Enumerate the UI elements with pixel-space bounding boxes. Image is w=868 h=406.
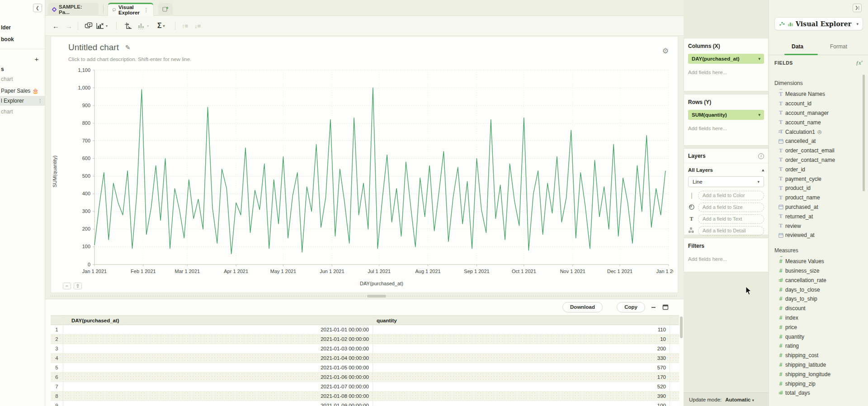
- forward-button[interactable]: →: [66, 21, 72, 31]
- collapse-sidebar-icon[interactable]: ❮: [33, 4, 42, 12]
- rows-y-add-fields[interactable]: Add fields here...: [688, 126, 764, 131]
- table-row[interactable]: 22021-01-02 00:00:0010: [51, 335, 679, 344]
- chart-settings-gear-icon[interactable]: ⚙: [662, 47, 669, 55]
- columns-x-field-pill[interactable]: DAY(purchased_at) ▾: [688, 54, 764, 64]
- expand-table-icon[interactable]: [662, 304, 669, 312]
- dimension-field-order-contact-name[interactable]: Torder_contact_name: [769, 156, 862, 165]
- cell-quantity[interactable]: 170: [373, 373, 670, 382]
- info-icon[interactable]: i: [758, 153, 764, 159]
- sidebar-item[interactable]: Paper Sales 🎂: [0, 86, 45, 96]
- measure-field-rating[interactable]: #rating: [769, 341, 862, 351]
- tab-menu-icon[interactable]: ⋮: [144, 7, 149, 13]
- measure-field-total-days[interactable]: =#total_days: [769, 388, 862, 398]
- dimension-field-product-name[interactable]: Tproduct_name: [769, 193, 862, 203]
- measure-field-shipping-longitude[interactable]: #shipping_longitude: [769, 369, 862, 379]
- new-element-tab-button[interactable]: [158, 3, 173, 15]
- back-button[interactable]: ←: [52, 21, 59, 31]
- dimension-field-cancelled-at[interactable]: cancelled_at: [769, 137, 862, 146]
- sidebar-item[interactable]: l Explorer⋮: [0, 96, 45, 106]
- tab-format[interactable]: Format: [830, 43, 847, 50]
- measure-field-discount[interactable]: #discount: [769, 304, 862, 313]
- measure-field-price[interactable]: #price: [769, 322, 862, 332]
- table-row[interactable]: 42021-01-04 00:00:00330: [51, 354, 679, 363]
- pane-resize-divider[interactable]: [51, 294, 678, 298]
- fields-scrollbar-thumb[interactable]: [863, 75, 865, 191]
- sort-descending-button[interactable]: ↓≡: [194, 21, 201, 31]
- dimension-field-returned-at[interactable]: Treturned_at: [769, 212, 862, 221]
- line-chart-plot[interactable]: 01002003004005006007008009001,0001,100Ja…: [63, 66, 673, 276]
- collapse-table-icon[interactable]: [651, 304, 656, 312]
- cell-date[interactable]: 2021-01-03 00:00:00: [63, 344, 373, 353]
- table-row[interactable]: 62021-01-06 00:00:00170: [51, 373, 679, 382]
- sidebar-item[interactable]: chart: [0, 107, 45, 117]
- add-field-to-detail-input[interactable]: Add a field to Detail: [698, 226, 764, 236]
- table-row[interactable]: 82021-01-08 00:00:00390: [51, 392, 679, 401]
- cell-quantity[interactable]: 200: [373, 344, 670, 353]
- dimension-field-product-id[interactable]: Tproduct_id: [769, 184, 862, 193]
- table-scrollbar[interactable]: [680, 316, 683, 402]
- cell-quantity[interactable]: 520: [373, 382, 670, 391]
- cell-date[interactable]: 2021-01-05 00:00:00: [63, 363, 373, 372]
- cell-quantity[interactable]: 100: [373, 401, 670, 406]
- download-button[interactable]: Download: [562, 302, 603, 312]
- table-row[interactable]: 52021-01-05 00:00:00570: [51, 363, 679, 373]
- tab-sample-workbook[interactable]: SAMPLE: Pa...: [48, 3, 99, 16]
- cell-date[interactable]: 2021-01-01 00:00:00: [63, 325, 373, 334]
- collapse-panel-icon[interactable]: ❯|: [853, 4, 862, 12]
- table-row[interactable]: 72021-01-07 00:00:00520: [51, 382, 679, 392]
- dimension-field-account-name[interactable]: Taccount_name: [769, 118, 862, 127]
- measure-field-quantity[interactable]: #quantity: [769, 332, 862, 341]
- sidebar-item[interactable]: book: [0, 34, 45, 44]
- chart-title[interactable]: Untitled chart: [68, 42, 119, 52]
- cell-date[interactable]: 2021-01-06 00:00:00: [63, 373, 373, 382]
- mark-type-select[interactable]: Line ▾: [688, 176, 764, 187]
- sidebar-item[interactable]: s: [0, 64, 45, 74]
- copy-button[interactable]: Copy: [617, 302, 645, 312]
- cell-date[interactable]: 2021-01-07 00:00:00: [63, 382, 373, 391]
- visual-explorer-selector[interactable]: Visual Explorer ▾: [774, 17, 863, 30]
- dimension-field-purchased-at[interactable]: purchased_at: [769, 203, 862, 212]
- divider-drag-handle[interactable]: [367, 295, 386, 297]
- cell-quantity[interactable]: 330: [373, 354, 670, 363]
- chart-description-placeholder[interactable]: Click to add chart description. Shift-en…: [68, 57, 191, 62]
- dimension-field-account-id[interactable]: Taccount_id: [769, 99, 862, 109]
- zoom-out-button[interactable]: −: [63, 283, 71, 289]
- dimension-field-payment-cycle[interactable]: Tpayment_cycle: [769, 174, 862, 184]
- cell-date[interactable]: 2021-01-09 00:00:00: [63, 401, 373, 406]
- measure-field-measure-values[interactable]: #Measure Values: [769, 257, 862, 266]
- swap-axes-button[interactable]: [124, 21, 132, 31]
- column-header-quantity[interactable]: quantity: [373, 316, 670, 325]
- measure-field-business-size[interactable]: #business_size: [769, 266, 862, 276]
- add-field-to-text-input[interactable]: Add a field to Text: [698, 214, 764, 224]
- add-page-button[interactable]: +: [33, 55, 41, 63]
- edit-title-icon[interactable]: ✎: [125, 44, 131, 51]
- table-row[interactable]: 92021-01-09 00:00:00100: [51, 401, 679, 406]
- add-field-to-size-input[interactable]: Add a field to Size: [698, 203, 764, 212]
- group-bars-button[interactable]: ▾: [137, 21, 149, 31]
- all-layers-toggle[interactable]: All Layers ▴: [684, 163, 768, 175]
- table-scrollbar-thumb[interactable]: [680, 316, 683, 338]
- dimension-field-account-manager[interactable]: Taccount_manager: [769, 109, 862, 118]
- measure-field-shipping-latitude[interactable]: #shipping_latitude: [769, 360, 862, 370]
- dimension-field-measure-names[interactable]: TMeasure Names: [769, 90, 862, 99]
- cell-quantity[interactable]: 390: [373, 392, 670, 401]
- measure-field-cancellation-rate[interactable]: =#cancellation_rate: [769, 275, 862, 285]
- dimension-field-reviewed-at[interactable]: reviewed_at: [769, 231, 862, 240]
- cell-quantity[interactable]: 10: [373, 335, 670, 344]
- measure-field-days-to-close[interactable]: #days_to_close: [769, 285, 862, 294]
- sidebar-item[interactable]: chart: [0, 74, 45, 84]
- aggregate-button[interactable]: Σ▾: [157, 21, 165, 31]
- item-menu-icon[interactable]: ⋮: [38, 96, 42, 106]
- cell-quantity[interactable]: 110: [373, 325, 670, 334]
- table-row[interactable]: 12021-01-01 00:00:00110: [51, 325, 679, 335]
- rows-y-field-pill[interactable]: SUM(quantity) ▾: [688, 110, 764, 120]
- duplicate-element-button[interactable]: [85, 21, 93, 31]
- update-mode-select[interactable]: Automatic ▾: [725, 397, 754, 402]
- cell-quantity[interactable]: 570: [373, 363, 670, 372]
- columns-x-add-fields[interactable]: Add fields here...: [688, 70, 764, 75]
- measure-field-index[interactable]: #index: [769, 313, 862, 323]
- dimension-field-order-id[interactable]: Torder_id: [769, 165, 862, 174]
- tab-data[interactable]: Data: [792, 43, 803, 50]
- measure-field-shipping-cost[interactable]: #shipping_cost: [769, 351, 862, 360]
- dimension-field-calculation1[interactable]: =TCalculation1◎: [769, 127, 862, 137]
